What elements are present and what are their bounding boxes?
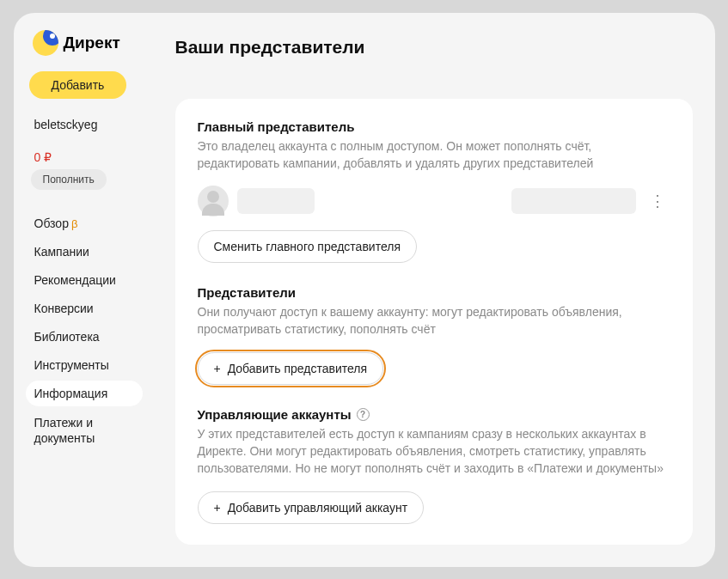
username-label: beletsckyeg: [26, 118, 143, 131]
nav-info[interactable]: Информация: [26, 381, 143, 406]
nav-overview-label: Обзор: [34, 216, 69, 230]
beta-badge: β: [71, 217, 77, 230]
nav-conversions[interactable]: Конверсии: [26, 296, 143, 321]
app-window: Директ Добавить beletsckyeg 0 ₽ Пополнит…: [14, 13, 715, 567]
main-rep-row: ⋮: [198, 186, 670, 216]
change-main-rep-button[interactable]: Сменить главного представителя: [198, 230, 418, 263]
add-rep-button[interactable]: + Добавить представителя: [198, 352, 384, 385]
nav-library[interactable]: Библиотека: [26, 324, 143, 350]
nav-overview[interactable]: Обзорβ: [26, 210, 143, 236]
mgr-desc: У этих представителей есть доступ к камп…: [198, 425, 670, 478]
representatives-card: Главный представитель Это владелец аккау…: [175, 99, 693, 545]
avatar-icon: [198, 186, 229, 216]
nav-tools[interactable]: Инструменты: [26, 352, 143, 378]
topup-button[interactable]: Пополнить: [31, 169, 107, 190]
reps-desc: Они получают доступ к вашему аккаунту: м…: [198, 303, 670, 338]
reps-section: Представители Они получают доступ к ваше…: [198, 285, 670, 385]
add-rep-button-label: Добавить представителя: [228, 362, 367, 375]
add-mgr-button-label: Добавить управляющий аккаунт: [228, 501, 407, 515]
sidebar-nav: Обзорβ Кампании Рекомендации Конверсии Б…: [26, 210, 143, 452]
nav-campaigns[interactable]: Кампании: [26, 239, 143, 265]
nav-payments[interactable]: Платежи и документы: [26, 409, 143, 452]
main-rep-desc: Это владелец аккаунта с полным доступом.…: [198, 137, 670, 173]
more-menu-icon[interactable]: ⋮: [645, 193, 670, 209]
balance-label: 0 ₽: [26, 150, 143, 164]
brand-name: Директ: [64, 34, 120, 52]
main-rep-email-placeholder: [511, 188, 636, 214]
sidebar: Директ Добавить beletsckyeg 0 ₽ Пополнит…: [14, 13, 150, 567]
main-rep-title: Главный представитель: [198, 119, 670, 134]
brand-logo: Директ: [26, 30, 143, 56]
add-mgr-account-button[interactable]: + Добавить управляющий аккаунт: [198, 491, 425, 524]
add-button[interactable]: Добавить: [29, 71, 127, 99]
reps-title: Представители: [198, 285, 670, 300]
plus-icon: +: [214, 362, 221, 375]
mgr-title: Управляющие аккаунты: [198, 407, 352, 422]
nav-recommendations[interactable]: Рекомендации: [26, 267, 143, 293]
plus-icon: +: [214, 501, 221, 515]
managing-accounts-section: Управляющие аккаунты ? У этих представит…: [198, 407, 670, 524]
main-rep-name-placeholder: [237, 188, 315, 214]
help-icon[interactable]: ?: [357, 408, 370, 421]
main-content: Ваши представители Главный представитель…: [150, 13, 715, 567]
page-title: Ваши представители: [175, 37, 693, 58]
main-rep-section: Главный представитель Это владелец аккау…: [198, 119, 670, 264]
logo-icon: [33, 30, 58, 56]
